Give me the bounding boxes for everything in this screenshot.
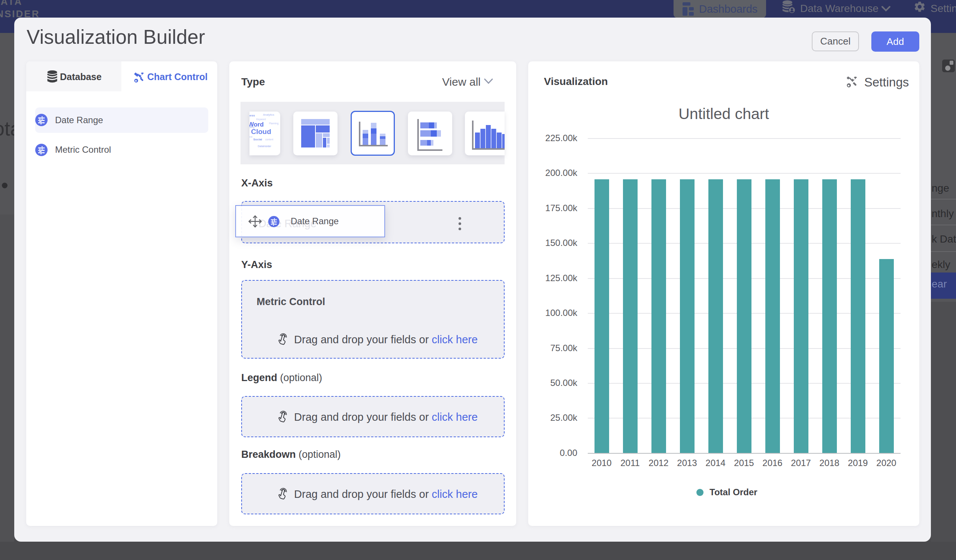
svg-text:DataInsider: DataInsider [258, 145, 271, 147]
svg-text:Keyword: Keyword [256, 118, 266, 121]
svg-text:Social: Social [253, 138, 262, 141]
svg-text:content: content [265, 138, 274, 141]
svg-text:Planning: Planning [269, 122, 279, 125]
svg-text:Analytics: Analytics [263, 113, 274, 116]
svg-text:Cloud: Cloud [251, 128, 271, 135]
svg-text:iness: iness [250, 114, 255, 117]
svg-text:text: text [250, 135, 253, 138]
